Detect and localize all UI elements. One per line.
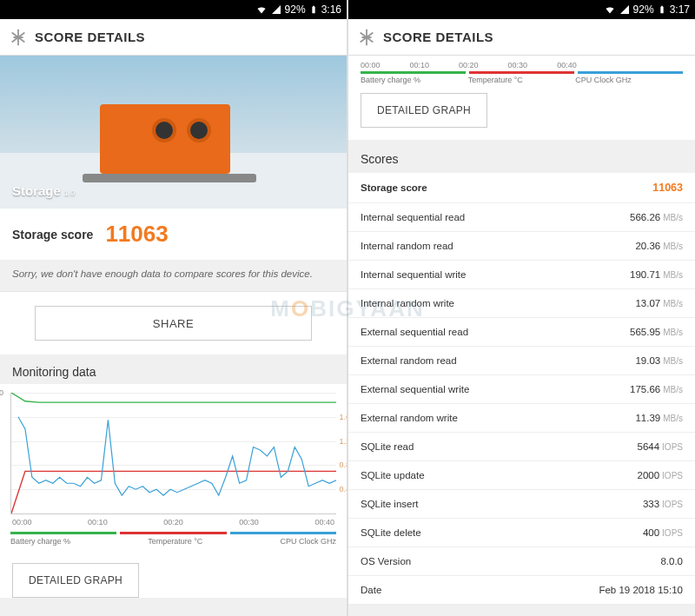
share-button[interactable]: SHARE bbox=[35, 306, 312, 341]
row-value: 333 bbox=[643, 499, 659, 509]
row-key: Date bbox=[361, 585, 599, 595]
page-title: SCORE DETAILS bbox=[35, 30, 145, 44]
row-unit: MB/s bbox=[663, 414, 683, 423]
table-row: SQLite delete400IOPS bbox=[348, 519, 695, 547]
legend-temperature: Temperature °C bbox=[148, 537, 202, 546]
row-value: 11.39 bbox=[635, 413, 660, 423]
phone-left: 92% 3:16 SCORE DETAILS Storage1.0 Storag… bbox=[0, 0, 347, 616]
detailed-graph-button[interactable]: DETAILED GRAPH bbox=[361, 93, 487, 128]
signal-icon bbox=[271, 4, 281, 15]
row-unit: IOPS bbox=[662, 442, 683, 452]
snowflake-icon bbox=[9, 28, 28, 47]
chart-x-axis: 00:00 00:10 00:20 00:30 00:40 bbox=[10, 514, 336, 527]
table-row: Internal random write13.07MB/s bbox=[348, 289, 695, 318]
row-key: External random read bbox=[361, 355, 635, 366]
row-value: 175.66 bbox=[630, 384, 660, 394]
row-unit: MB/s bbox=[663, 328, 683, 337]
row-value: 13.07 bbox=[635, 298, 660, 308]
row-unit: MB/s bbox=[663, 270, 683, 280]
row-unit: MB/s bbox=[663, 213, 683, 222]
hero-image: Storage1.0 bbox=[0, 56, 347, 209]
row-key: Storage score bbox=[361, 182, 652, 193]
score-row: Storage score 11063 bbox=[0, 209, 347, 260]
row-value: 566.26 bbox=[630, 212, 660, 222]
row-key: OS Version bbox=[361, 556, 660, 566]
table-row: Internal sequential write190.71MB/s bbox=[348, 261, 695, 289]
score-value: 11063 bbox=[105, 221, 168, 248]
table-row: External sequential write175.66MB/s bbox=[348, 375, 695, 404]
table-row: OS Version8.0.0 bbox=[348, 547, 695, 576]
legend-battery: Battery charge % bbox=[10, 537, 70, 546]
table-row: SQLite insert333IOPS bbox=[348, 490, 695, 519]
table-row: Internal random read20.36MB/s bbox=[348, 232, 695, 261]
row-unit: MB/s bbox=[663, 385, 683, 394]
row-key: SQLite read bbox=[361, 441, 638, 452]
row-unit: MB/s bbox=[663, 356, 683, 366]
row-value: 8.0.0 bbox=[660, 556, 683, 566]
row-unit: MB/s bbox=[663, 299, 683, 308]
row-key: Internal sequential read bbox=[361, 212, 630, 222]
mini-chart-x-axis: 00:00 00:10 00:20 00:30 00:40 bbox=[348, 56, 695, 71]
table-row: DateFeb 19 2018 15:10 bbox=[348, 576, 695, 605]
row-key: Internal random write bbox=[361, 298, 635, 308]
snowflake-icon bbox=[357, 28, 376, 47]
scores-table: Storage score11063Internal sequential re… bbox=[348, 173, 695, 605]
row-value: 5644 bbox=[638, 441, 660, 452]
legend-cpu: CPU Clock GHz bbox=[575, 76, 683, 84]
legend-color-bars bbox=[10, 532, 336, 534]
table-row: External sequential read565.95MB/s bbox=[348, 318, 695, 347]
hero-label: Storage1.0 bbox=[12, 183, 75, 198]
clock-time: 3:17 bbox=[670, 3, 690, 16]
monitoring-title: Monitoring data bbox=[0, 354, 347, 384]
battery-icon bbox=[658, 3, 666, 16]
row-value: 19.03 bbox=[635, 355, 660, 366]
chart-canvas: 100 801.6GHz 601.2GHz 400.8GHz 200.4GHz bbox=[10, 393, 336, 514]
row-value: 11063 bbox=[652, 182, 683, 194]
row-key: SQLite delete bbox=[361, 527, 643, 538]
legend-cpu: CPU Clock GHz bbox=[280, 537, 336, 546]
monitoring-chart: 100 801.6GHz 601.2GHz 400.8GHz 200.4GHz … bbox=[0, 384, 347, 551]
row-value: 400 bbox=[643, 527, 659, 538]
phone-right: 92% 3:17 SCORE DETAILS 00:00 00:10 00:20… bbox=[348, 0, 695, 616]
row-key: External sequential read bbox=[361, 327, 630, 337]
legend-temperature: Temperature °C bbox=[468, 76, 576, 84]
legend-labels: Battery charge % Temperature °C CPU Cloc… bbox=[10, 537, 336, 546]
table-row: External random read19.03MB/s bbox=[348, 347, 695, 375]
table-row: SQLite read5644IOPS bbox=[348, 433, 695, 461]
row-value: 20.36 bbox=[635, 241, 660, 251]
wifi-icon bbox=[604, 4, 616, 15]
row-value: 2000 bbox=[638, 470, 660, 480]
mini-legend-color-bars bbox=[348, 71, 695, 74]
row-unit: IOPS bbox=[662, 528, 683, 538]
row-key: Internal random read bbox=[361, 241, 635, 251]
row-key: SQLite insert bbox=[361, 499, 643, 509]
app-header: SCORE DETAILS bbox=[0, 19, 347, 56]
row-value: 565.95 bbox=[630, 327, 660, 337]
page-title: SCORE DETAILS bbox=[383, 30, 493, 44]
row-key: External sequential write bbox=[361, 384, 630, 394]
table-row: Storage score11063 bbox=[348, 173, 695, 203]
detailed-graph-button[interactable]: DETAILED GRAPH bbox=[12, 563, 139, 598]
row-unit: IOPS bbox=[662, 471, 683, 480]
legend-battery: Battery charge % bbox=[361, 76, 468, 84]
row-value: 190.71 bbox=[630, 269, 660, 280]
row-unit: MB/s bbox=[663, 242, 683, 251]
row-value: Feb 19 2018 15:10 bbox=[599, 585, 683, 595]
table-row: External random write11.39MB/s bbox=[348, 404, 695, 433]
wifi-icon bbox=[255, 4, 268, 15]
no-data-notice: Sorry, we don't have enough data to comp… bbox=[0, 260, 347, 291]
table-row: SQLite update2000IOPS bbox=[348, 461, 695, 490]
battery-percent: 92% bbox=[633, 3, 654, 16]
row-key: Internal sequential write bbox=[361, 269, 630, 280]
mini-legend-labels: Battery charge % Temperature °C CPU Cloc… bbox=[348, 74, 695, 93]
app-header: SCORE DETAILS bbox=[348, 19, 695, 56]
clock-time: 3:16 bbox=[321, 3, 341, 16]
table-row: Internal sequential read566.26MB/s bbox=[348, 203, 695, 232]
signal-icon bbox=[619, 4, 630, 15]
battery-percent: 92% bbox=[285, 3, 306, 16]
scores-section-title: Scores bbox=[348, 140, 695, 173]
status-bar: 92% 3:16 bbox=[0, 0, 347, 19]
status-bar: 92% 3:17 bbox=[348, 0, 695, 19]
score-label: Storage score bbox=[12, 228, 93, 242]
row-key: SQLite update bbox=[361, 470, 638, 480]
